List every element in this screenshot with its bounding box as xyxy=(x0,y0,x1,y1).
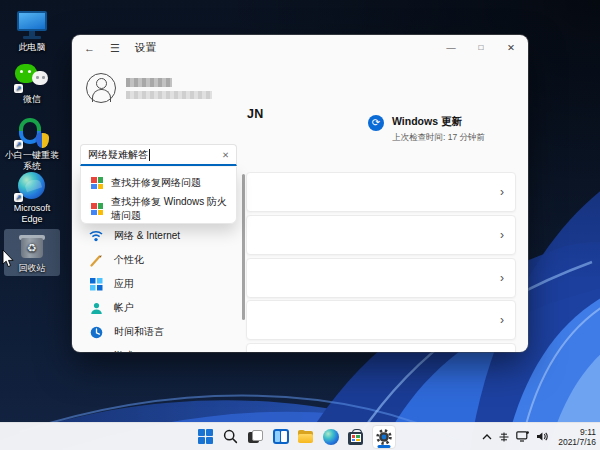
widgets-button[interactable] xyxy=(272,428,289,445)
desktop-icon-xiaobai-reinstall[interactable]: ↗ 小白一键重装系统 xyxy=(4,116,60,174)
taskbar-center-icons xyxy=(197,423,396,450)
avatar-person-icon xyxy=(86,73,116,103)
chevron-right-icon: › xyxy=(500,313,504,327)
system-tray: 9:11 2021/7/16 xyxy=(482,423,596,450)
settings-card[interactable]: › xyxy=(246,258,516,298)
settings-card-partial[interactable] xyxy=(246,343,516,352)
text-caret xyxy=(149,149,150,161)
minimize-button[interactable]: — xyxy=(436,35,466,59)
back-button[interactable]: ← xyxy=(84,43,95,54)
shortcut-arrow-icon: ↗ xyxy=(14,140,23,149)
settings-taskbar-button[interactable] xyxy=(372,425,396,449)
desktop-icon-wechat[interactable]: ↗ 微信 xyxy=(4,60,60,107)
maximize-button[interactable]: □ xyxy=(466,35,496,59)
widgets-icon xyxy=(273,429,289,444)
sidebar-item-label: 帐户 xyxy=(114,301,134,315)
sidebar-nav: 网络 & Internet 个性化 应用 帐户 xyxy=(80,224,237,352)
desktop-icon-label: 此电脑 xyxy=(4,42,60,53)
store-button[interactable] xyxy=(347,428,364,445)
desktop-icon-label: Microsoft Edge xyxy=(4,203,60,225)
clear-search-icon[interactable]: ✕ xyxy=(222,150,229,160)
chevron-right-icon: › xyxy=(500,228,504,242)
sidebar-item-label: 时间和语言 xyxy=(114,325,164,339)
network-icon[interactable] xyxy=(516,431,529,442)
shortcut-arrow-icon: ↗ xyxy=(14,193,23,202)
suggestion-fix-firewall[interactable]: 查找并修复 Windows 防火墙问题 xyxy=(81,196,236,222)
edge-icon: ↗ xyxy=(15,171,49,201)
accounts-icon xyxy=(89,301,103,315)
edge-icon xyxy=(323,429,339,445)
sidebar-item-accounts[interactable]: 帐户 xyxy=(80,296,237,320)
active-app-indicator xyxy=(378,445,391,448)
wechat-icon: ↗ xyxy=(15,62,49,92)
mouse-cursor xyxy=(2,250,14,268)
time-language-icon xyxy=(89,325,103,339)
windows-update-last-checked: 上次检查时间: 17 分钟前 xyxy=(392,132,485,144)
troubleshoot-tile-icon xyxy=(91,203,103,215)
file-explorer-button[interactable] xyxy=(297,428,314,445)
window-title: 设置 xyxy=(135,41,156,55)
settings-card[interactable]: › xyxy=(246,300,516,340)
settings-sidebar: 网络疑难解答 ✕ 查找并修复网络问题 查找并修复 Windows 防火墙问题 网… xyxy=(72,61,245,352)
sidebar-item-label: 网络 & Internet xyxy=(114,229,180,243)
task-view-button[interactable] xyxy=(247,428,264,445)
windows-logo-icon xyxy=(198,429,213,444)
settings-card[interactable]: › xyxy=(246,172,516,212)
taskbar: 9:11 2021/7/16 xyxy=(0,422,600,450)
sidebar-item-label: 游戏 xyxy=(114,349,134,352)
settings-content: JN ⟳ Windows 更新 上次检查时间: 17 分钟前 › › › › xyxy=(245,61,528,352)
task-view-icon xyxy=(247,428,264,445)
taskbar-search-button[interactable] xyxy=(222,428,239,445)
wifi-icon xyxy=(89,229,103,243)
settings-window: ← ☰ 设置 — □ ✕ 网络疑难解答 ✕ 查找并修复网络问题 xyxy=(72,35,528,352)
sidebar-item-label: 应用 xyxy=(114,277,134,291)
store-icon xyxy=(348,432,363,445)
windows-update-title: Windows 更新 xyxy=(392,115,485,129)
tray-time: 9:11 xyxy=(558,427,596,437)
volume-icon[interactable] xyxy=(536,431,548,442)
search-suggestions-dropdown: 查找并修复网络问题 查找并修复 Windows 防火墙问题 xyxy=(80,167,237,224)
suggestion-label: 查找并修复 Windows 防火墙问题 xyxy=(111,195,236,223)
personalization-icon xyxy=(89,253,103,267)
desktop-icon-label: 微信 xyxy=(4,94,60,105)
chevron-right-icon: › xyxy=(500,271,504,285)
search-input[interactable]: 网络疑难解答 ✕ xyxy=(80,144,237,166)
menu-icon[interactable]: ☰ xyxy=(110,43,120,54)
gaming-icon xyxy=(89,349,103,352)
window-controls: — □ ✕ xyxy=(436,35,526,59)
ime-icon[interactable] xyxy=(499,432,509,442)
search-value: 网络疑难解答 xyxy=(88,148,148,162)
file-explorer-icon xyxy=(297,428,314,445)
titlebar[interactable]: ← ☰ 设置 — □ ✕ xyxy=(72,35,528,61)
apps-icon xyxy=(89,277,103,291)
gear-icon xyxy=(376,429,392,445)
suggestion-fix-network[interactable]: 查找并修复网络问题 xyxy=(81,170,236,196)
settings-card[interactable]: › xyxy=(246,215,516,255)
edge-button[interactable] xyxy=(322,428,339,445)
sidebar-item-label: 个性化 xyxy=(114,253,144,267)
close-button[interactable]: ✕ xyxy=(496,35,526,59)
sidebar-item-gaming[interactable]: 游戏 xyxy=(80,344,237,352)
device-name-heading-fragment: JN xyxy=(247,107,264,121)
sidebar-item-personalization[interactable]: 个性化 xyxy=(80,248,237,272)
xiaobai-reinstall-icon: ↗ xyxy=(15,118,49,148)
shortcut-arrow-icon: ↗ xyxy=(14,84,23,93)
profile[interactable] xyxy=(86,73,237,103)
start-button[interactable] xyxy=(197,428,214,445)
tray-date: 2021/7/16 xyxy=(558,437,596,447)
desktop-icon-microsoft-edge[interactable]: ↗ Microsoft Edge xyxy=(4,169,60,227)
troubleshoot-tile-icon xyxy=(91,177,103,189)
sidebar-item-time-language[interactable]: 时间和语言 xyxy=(80,320,237,344)
profile-name-redacted xyxy=(126,78,212,99)
this-pc-icon xyxy=(15,10,49,40)
hidden-icons-chevron-icon[interactable] xyxy=(482,434,492,440)
clock[interactable]: 9:11 2021/7/16 xyxy=(558,427,596,447)
search-icon xyxy=(223,429,238,444)
sidebar-item-network-internet[interactable]: 网络 & Internet xyxy=(80,224,237,248)
suggestion-label: 查找并修复网络问题 xyxy=(111,176,201,190)
windows-update-status[interactable]: ⟳ Windows 更新 上次检查时间: 17 分钟前 xyxy=(368,115,520,144)
desktop-icon-this-pc[interactable]: 此电脑 xyxy=(4,8,60,55)
sidebar-item-apps[interactable]: 应用 xyxy=(80,272,237,296)
sync-icon: ⟳ xyxy=(368,115,384,131)
recycle-bin-icon: ♻ xyxy=(15,231,49,261)
